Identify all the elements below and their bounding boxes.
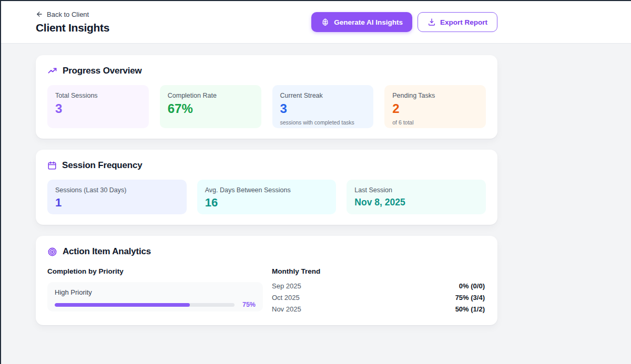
stat-last-session: Last Session Nov 8, 2025 (347, 180, 486, 214)
page-header: Back to Client Client Insights Generate … (1, 1, 631, 44)
stat-pending-tasks: Pending Tasks 2 of 6 total (384, 85, 486, 128)
trend-value: 50% (1/2) (455, 305, 485, 313)
stat-value: Nov 8, 2025 (354, 196, 478, 207)
section-title-action-item-analytics: Action Item Analytics (63, 246, 151, 257)
trend-month: Oct 2025 (272, 294, 300, 301)
trending-up-icon (47, 66, 57, 76)
priority-progress-fill (55, 303, 190, 307)
stat-label: Current Streak (280, 92, 366, 99)
back-link-label: Back to Client (47, 11, 89, 18)
stat-current-streak: Current Streak 3 sessions with completed… (272, 85, 374, 128)
action-item-analytics-card: Action Item Analytics Completion by Prio… (36, 236, 497, 325)
generate-ai-insights-button[interactable]: Generate AI Insights (311, 12, 412, 32)
trend-row: Oct 2025 75% (3/4) (272, 292, 485, 303)
trend-row: Sep 2025 0% (0/0) (272, 280, 485, 292)
stat-label: Sessions (Last 30 Days) (55, 186, 179, 194)
header-left: Back to Client Client Insights (36, 11, 109, 34)
download-icon (428, 18, 436, 26)
stat-label: Avg. Days Between Sessions (205, 186, 329, 194)
section-title-session-frequency: Session Frequency (62, 160, 143, 171)
stat-value: 2 (392, 102, 478, 116)
session-frequency-card: Session Frequency Sessions (Last 30 Days… (36, 150, 497, 225)
trend-value: 0% (0/0) (459, 282, 485, 290)
export-report-button[interactable]: Export Report (418, 12, 497, 32)
stat-value: 1 (55, 196, 179, 209)
arrow-left-icon (36, 11, 43, 18)
stat-label: Last Session (354, 186, 478, 194)
priority-percent-label: 75% (240, 301, 256, 308)
priority-row-high: High Priority 75% (47, 282, 263, 311)
page-title: Client Insights (36, 22, 109, 34)
stat-avg-days-between-sessions: Avg. Days Between Sessions 16 (197, 180, 337, 214)
export-button-label: Export Report (440, 18, 487, 26)
stat-value: 3 (280, 102, 366, 116)
stat-sublabel: sessions with completed tasks (280, 119, 366, 126)
stat-label: Total Sessions (55, 92, 141, 99)
stat-value: 16 (205, 196, 329, 209)
stat-sublabel: of 6 total (392, 119, 478, 126)
monthly-trend-column: Monthly Trend Sep 2025 0% (0/0) Oct 2025… (272, 267, 486, 315)
priority-label: High Priority (55, 288, 256, 296)
completion-by-priority-column: Completion by Priority High Priority 75% (47, 267, 263, 315)
main-content: Progress Overview Total Sessions 3 Compl… (36, 44, 497, 325)
progress-overview-card: Progress Overview Total Sessions 3 Compl… (36, 55, 497, 139)
trend-month: Nov 2025 (272, 305, 301, 313)
stat-sessions-last-30-days: Sessions (Last 30 Days) 1 (47, 180, 187, 214)
trend-row: Nov 2025 50% (1/2) (272, 303, 485, 315)
trend-value: 75% (3/4) (455, 294, 485, 301)
back-to-client-link[interactable]: Back to Client (36, 11, 109, 18)
trend-month: Sep 2025 (272, 282, 301, 290)
monthly-trend-heading: Monthly Trend (272, 267, 486, 275)
stat-value: 3 (55, 102, 141, 116)
priority-progress-track (55, 303, 235, 307)
stat-label: Completion Rate (168, 92, 253, 99)
stat-completion-rate: Completion Rate 67% (160, 85, 261, 128)
header-actions: Generate AI Insights Export Report (311, 12, 497, 32)
generate-button-label: Generate AI Insights (334, 18, 403, 26)
calendar-icon (47, 161, 57, 170)
target-icon (47, 247, 57, 257)
section-title-progress-overview: Progress Overview (63, 66, 142, 76)
completion-by-priority-heading: Completion by Priority (47, 267, 263, 275)
stat-label: Pending Tasks (392, 92, 478, 99)
brain-icon (321, 18, 330, 27)
stat-total-sessions: Total Sessions 3 (47, 85, 149, 128)
stat-value: 67% (168, 102, 253, 116)
